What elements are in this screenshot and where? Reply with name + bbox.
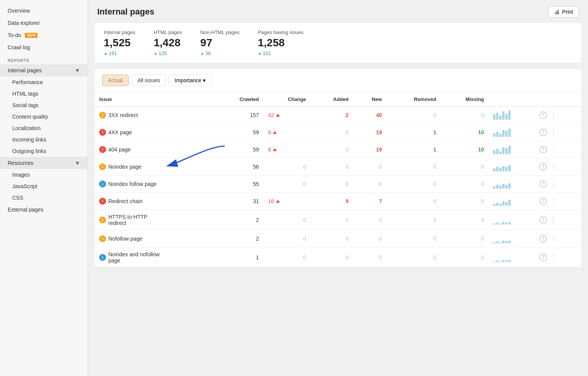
- sidebar-item-outgoing-links[interactable]: Outgoing links: [0, 145, 88, 157]
- sidebar-item-social-tags[interactable]: Social tags: [0, 99, 88, 111]
- bar-col: [499, 223, 501, 225]
- warning-icon: i: [99, 112, 106, 119]
- chevron-down-icon: ▼: [75, 160, 80, 166]
- bar-col: [508, 241, 511, 243]
- sidebar-item-css[interactable]: CSS: [0, 192, 88, 203]
- more-options-button[interactable]: ⋮: [550, 234, 557, 243]
- bar-col: [508, 111, 511, 120]
- bar-col: [505, 223, 508, 225]
- bar-col: [499, 168, 501, 171]
- sidebar-item-javascript[interactable]: JavaScript: [0, 181, 88, 192]
- added-cell: 0: [311, 124, 353, 141]
- help-button[interactable]: ?: [539, 235, 547, 243]
- bar-col: [496, 113, 498, 120]
- reports-section-label: REPORTS: [0, 54, 88, 64]
- bar-col: [499, 261, 501, 262]
- missing-cell: 10: [441, 141, 489, 158]
- sidebar-item-data-explorer[interactable]: Data explorer: [0, 17, 88, 29]
- mini-bar-chart: [493, 197, 530, 206]
- missing-cell: 0: [441, 247, 489, 268]
- bar-col: [496, 167, 498, 171]
- crawled-cell: 59: [214, 124, 263, 141]
- more-options-button[interactable]: ⋮: [550, 216, 557, 224]
- new-cell: 0: [353, 158, 386, 176]
- bar-col: [493, 261, 495, 262]
- more-options-button[interactable]: ⋮: [550, 128, 557, 137]
- actual-filter-button[interactable]: Actual: [102, 75, 129, 86]
- more-options-button[interactable]: ⋮: [550, 253, 557, 262]
- sidebar-item-overview[interactable]: Overview: [0, 5, 88, 17]
- actions-cell: ? ⋮: [535, 106, 581, 124]
- removed-cell: 1: [387, 124, 441, 141]
- table-row: i Nofollow page 2 0 0 0 0 0: [95, 230, 581, 247]
- sidebar-item-crawl-log[interactable]: Crawl log: [0, 41, 88, 54]
- all-issues-filter-button[interactable]: All issues: [132, 75, 166, 86]
- stat-label: Non-HTML pages: [200, 29, 239, 35]
- removed-cell: 0: [387, 158, 441, 176]
- sidebar-item-external-pages[interactable]: External pages: [0, 203, 88, 216]
- sidebar-item-images[interactable]: Images: [0, 169, 88, 181]
- up-arrow-icon: ▲: [154, 51, 157, 55]
- help-button[interactable]: ?: [539, 180, 547, 188]
- more-options-button[interactable]: ⋮: [550, 163, 557, 171]
- more-options-button[interactable]: ⋮: [550, 197, 557, 205]
- sidebar-item-label: Internal pages: [8, 67, 42, 73]
- help-button[interactable]: ?: [539, 111, 547, 119]
- up-triangle-icon: [273, 131, 277, 134]
- col-issue: Issue: [95, 93, 214, 106]
- change-cell: 16: [263, 193, 310, 210]
- sidebar-item-performance[interactable]: Performance: [0, 77, 88, 88]
- table-row: i Noindex follow page 55 0 0 0 0 0: [95, 176, 581, 193]
- print-button[interactable]: 🖨 Print: [549, 6, 579, 18]
- bar-col: [493, 150, 495, 154]
- up-arrow-icon: ▲: [200, 51, 204, 55]
- content-panel: Actual All issues Importance ▾: [94, 68, 582, 268]
- added-cell: 0: [311, 230, 353, 247]
- help-button[interactable]: ?: [539, 254, 547, 261]
- col-added: Added: [311, 93, 353, 106]
- help-button[interactable]: ?: [539, 163, 547, 171]
- change-cell: 0: [263, 230, 310, 247]
- actions-cell: ? ⋮: [535, 193, 581, 210]
- added-cell: 9: [311, 193, 353, 210]
- sidebar-item-internal-pages[interactable]: Internal pages ▼: [0, 64, 88, 77]
- sidebar-item-content-quality[interactable]: Content quality: [0, 111, 88, 122]
- chart-cell: [488, 210, 534, 230]
- bar-col: [505, 167, 508, 171]
- importance-dropdown[interactable]: Importance ▾: [169, 75, 211, 86]
- sidebar-item-label: Overview: [8, 8, 30, 14]
- sidebar-item-to-do[interactable]: To-do NEW: [0, 29, 88, 41]
- bar-col: [502, 130, 505, 137]
- warning-icon: i: [99, 163, 106, 170]
- sidebar-item-localization[interactable]: Localization: [0, 122, 88, 134]
- help-button[interactable]: ?: [539, 129, 547, 136]
- bar-col: [505, 202, 508, 206]
- stat-html-pages: HTML pages 1,428 ▲ 125: [154, 29, 182, 56]
- issue-cell: i Noindex page: [95, 158, 214, 176]
- more-options-button[interactable]: ⋮: [550, 111, 557, 119]
- issue-cell: i Noindex and nofollowpage: [95, 247, 214, 268]
- added-cell: 0: [311, 141, 353, 158]
- more-options-button[interactable]: ⋮: [550, 145, 557, 154]
- sidebar-item-resources[interactable]: Resources ▼: [0, 157, 88, 169]
- change-cell: 8: [263, 124, 310, 141]
- more-options-button[interactable]: ⋮: [550, 180, 557, 188]
- table-row: i Noindex and nofollowpage 1 0 0 0 0 0: [95, 247, 581, 268]
- issue-cell: i 3XX redirect: [95, 106, 214, 124]
- chart-cell: [488, 124, 534, 141]
- help-button[interactable]: ?: [539, 146, 547, 153]
- bar-col: [508, 183, 511, 189]
- sidebar-item-incoming-links[interactable]: Incoming links: [0, 134, 88, 145]
- help-button[interactable]: ?: [539, 197, 547, 205]
- bar-col: [493, 114, 495, 120]
- mini-bar-chart: [493, 162, 530, 171]
- new-cell: 0: [353, 210, 386, 230]
- help-button[interactable]: ?: [539, 216, 547, 224]
- bar-col: [499, 115, 501, 120]
- change-cell: 0: [263, 158, 310, 176]
- stat-internal-pages: Internal pages 1,525 ▲ 161: [104, 29, 135, 56]
- sidebar-item-html-tags[interactable]: HTML tags: [0, 88, 88, 99]
- bar-col: [493, 168, 495, 171]
- print-label: Print: [562, 9, 573, 15]
- bar-col: [496, 149, 498, 154]
